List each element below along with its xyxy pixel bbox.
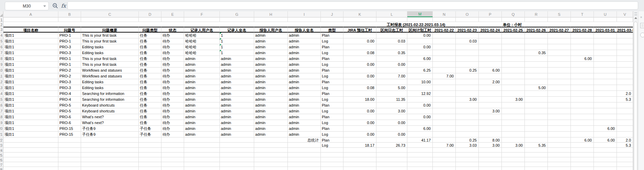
cell[interactable]: 6.00: [479, 68, 502, 73]
cell[interactable]: 0.00: [343, 108, 376, 114]
cell[interactable]: 项目1: [3, 62, 58, 68]
cell[interactable]: [548, 33, 571, 38]
column-header-O[interactable]: O: [456, 11, 479, 17]
cell[interactable]: 待办: [161, 38, 184, 44]
cell[interactable]: [617, 120, 633, 126]
column-title[interactable]: 2021-02-23: [456, 27, 479, 33]
cell[interactable]: [548, 148, 571, 153]
cell[interactable]: [525, 22, 633, 27]
cell[interactable]: 任务: [139, 62, 161, 68]
cell[interactable]: [184, 143, 220, 148]
cell[interactable]: 项目1: [3, 97, 58, 102]
cell[interactable]: [407, 38, 433, 44]
cell[interactable]: [617, 38, 633, 44]
cell[interactable]: admin: [288, 79, 321, 85]
cell[interactable]: 5.00: [525, 85, 548, 91]
cell[interactable]: [376, 44, 407, 50]
cell[interactable]: 12.92: [407, 91, 433, 97]
cell[interactable]: PRO-1: [58, 62, 81, 68]
cell[interactable]: 项目1: [3, 85, 58, 91]
cell[interactable]: admin: [184, 68, 220, 73]
cell[interactable]: Log: [321, 120, 343, 126]
cell[interactable]: 0.00: [407, 102, 433, 108]
row-header[interactable]: 10: [0, 68, 3, 73]
cell[interactable]: [502, 38, 525, 44]
cell[interactable]: 3.00: [376, 108, 407, 114]
cell[interactable]: [254, 157, 288, 162]
cell[interactable]: Plan: [321, 33, 343, 38]
cell[interactable]: [433, 114, 456, 120]
report-title[interactable]: 工时报表 (2021-02-22-2021-03-14): [376, 22, 456, 27]
row-header[interactable]: 21: [0, 132, 3, 137]
cell[interactable]: 待办: [161, 73, 184, 79]
cell[interactable]: admin: [288, 126, 321, 132]
cell[interactable]: [502, 79, 525, 85]
cell[interactable]: [617, 102, 633, 108]
cell[interactable]: [594, 108, 617, 114]
cell[interactable]: [161, 167, 184, 170]
cell[interactable]: [594, 162, 617, 167]
cell[interactable]: [617, 44, 633, 50]
cell[interactable]: admin: [220, 126, 254, 132]
cell[interactable]: Plan: [321, 102, 343, 108]
cell[interactable]: [343, 56, 376, 62]
cell[interactable]: [594, 33, 617, 38]
cell[interactable]: [407, 143, 433, 148]
cell[interactable]: [376, 114, 407, 120]
cell[interactable]: [58, 143, 81, 148]
cell[interactable]: [548, 137, 571, 143]
cell[interactable]: [58, 157, 81, 162]
cell[interactable]: [525, 167, 548, 170]
cell[interactable]: [161, 148, 184, 153]
cell[interactable]: 项目1: [3, 126, 58, 132]
cell[interactable]: [594, 97, 617, 102]
row-header[interactable]: 23: [0, 143, 3, 148]
column-title[interactable]: JIRA 预估工时: [343, 27, 376, 33]
cell[interactable]: Log: [321, 108, 343, 114]
cell[interactable]: [594, 38, 617, 44]
cell[interactable]: admin: [288, 97, 321, 102]
cell[interactable]: 任务: [139, 79, 161, 85]
column-header-D[interactable]: D: [139, 11, 161, 17]
cell[interactable]: 0.25: [456, 68, 479, 73]
cell[interactable]: 1: [220, 44, 254, 50]
cell[interactable]: [502, 62, 525, 68]
cell[interactable]: [58, 17, 81, 22]
cell[interactable]: Keyboard shortcuts: [81, 108, 139, 114]
column-title[interactable]: 2021-03-01: [594, 27, 617, 33]
cell[interactable]: [184, 157, 220, 162]
cell[interactable]: 项目1: [3, 120, 58, 126]
cell[interactable]: [343, 33, 376, 38]
cell[interactable]: [376, 153, 407, 157]
column-title[interactable]: 记录人用户名: [184, 27, 220, 33]
cell[interactable]: [343, 79, 376, 85]
cell[interactable]: 0.00: [343, 132, 376, 137]
cell[interactable]: 1: [220, 50, 254, 56]
cell[interactable]: 任务: [139, 68, 161, 73]
cell[interactable]: [617, 50, 633, 56]
cell[interactable]: [139, 17, 161, 22]
cell[interactable]: 3.00: [456, 97, 479, 102]
column-title[interactable]: 2021-02-27: [548, 27, 571, 33]
cell[interactable]: [617, 56, 633, 62]
column-header-F[interactable]: F: [184, 11, 220, 17]
cell[interactable]: admin: [220, 102, 254, 108]
cell[interactable]: [376, 157, 407, 162]
cell[interactable]: [502, 33, 525, 38]
cell[interactable]: PRO-5: [58, 102, 81, 108]
cell[interactable]: [456, 120, 479, 126]
cell[interactable]: [571, 114, 594, 120]
cell[interactable]: [525, 38, 548, 44]
cell[interactable]: [548, 114, 571, 120]
column-header-K[interactable]: K: [343, 11, 376, 17]
column-title[interactable]: 2021-02-22: [433, 27, 456, 33]
cell[interactable]: 项目1: [3, 108, 58, 114]
cell[interactable]: [433, 56, 456, 62]
row-header[interactable]: 11: [0, 73, 3, 79]
cell[interactable]: 41.17: [407, 137, 433, 143]
cell[interactable]: [433, 91, 456, 97]
cell[interactable]: Log: [321, 85, 343, 91]
cell[interactable]: [3, 167, 58, 170]
cell[interactable]: [594, 167, 617, 170]
cell[interactable]: [502, 44, 525, 50]
